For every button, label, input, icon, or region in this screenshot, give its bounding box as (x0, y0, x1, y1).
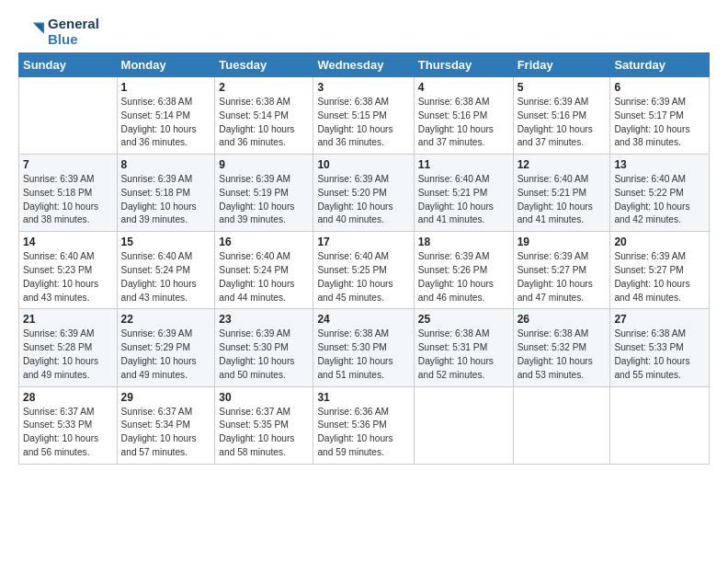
week-row-4: 21Sunrise: 6:39 AM Sunset: 5:28 PM Dayli… (19, 309, 710, 386)
calendar-cell: 11Sunrise: 6:40 AM Sunset: 5:21 PM Dayli… (414, 155, 513, 232)
day-info: Sunrise: 6:38 AM Sunset: 5:16 PM Dayligh… (418, 96, 509, 150)
day-info: Sunrise: 6:39 AM Sunset: 5:26 PM Dayligh… (418, 250, 509, 304)
day-info: Sunrise: 6:38 AM Sunset: 5:32 PM Dayligh… (518, 327, 607, 382)
calendar-cell: 10Sunrise: 6:39 AM Sunset: 5:20 PM Dayli… (313, 155, 414, 232)
calendar-cell: 26Sunrise: 6:38 AM Sunset: 5:32 PM Dayli… (513, 309, 610, 386)
day-info: Sunrise: 6:37 AM Sunset: 5:33 PM Dayligh… (23, 406, 113, 460)
day-number: 10 (317, 158, 409, 171)
weekday-header-tuesday: Tuesday (215, 53, 313, 77)
calendar-cell: 19Sunrise: 6:39 AM Sunset: 5:27 PM Dayli… (513, 232, 610, 309)
week-row-1: 1Sunrise: 6:38 AM Sunset: 5:14 PM Daylig… (19, 77, 710, 155)
day-info: Sunrise: 6:38 AM Sunset: 5:15 PM Dayligh… (317, 96, 409, 150)
calendar-cell: 9Sunrise: 6:39 AM Sunset: 5:19 PM Daylig… (215, 155, 313, 232)
day-number: 21 (23, 313, 113, 326)
calendar-cell: 1Sunrise: 6:38 AM Sunset: 5:14 PM Daylig… (117, 77, 215, 155)
calendar-cell: 8Sunrise: 6:39 AM Sunset: 5:18 PM Daylig… (117, 155, 215, 232)
day-info: Sunrise: 6:39 AM Sunset: 5:18 PM Dayligh… (121, 173, 211, 227)
day-number: 5 (518, 81, 607, 94)
day-number: 25 (418, 313, 509, 326)
day-info: Sunrise: 6:40 AM Sunset: 5:25 PM Dayligh… (317, 250, 409, 304)
day-info: Sunrise: 6:39 AM Sunset: 5:28 PM Dayligh… (23, 327, 113, 382)
logo-text: General Blue (48, 17, 99, 47)
day-number: 24 (317, 313, 409, 326)
week-row-2: 7Sunrise: 6:39 AM Sunset: 5:18 PM Daylig… (19, 155, 710, 232)
day-number: 22 (121, 313, 211, 326)
logo: General Blue (18, 17, 99, 47)
day-number: 3 (317, 81, 409, 94)
day-info: Sunrise: 6:39 AM Sunset: 5:17 PM Dayligh… (614, 96, 705, 150)
day-info: Sunrise: 6:38 AM Sunset: 5:30 PM Dayligh… (317, 327, 409, 382)
day-number: 8 (121, 158, 211, 171)
day-info: Sunrise: 6:38 AM Sunset: 5:31 PM Dayligh… (418, 327, 509, 382)
day-info: Sunrise: 6:40 AM Sunset: 5:24 PM Dayligh… (121, 250, 211, 304)
calendar-table: SundayMondayTuesdayWednesdayThursdayFrid… (18, 52, 710, 465)
calendar-cell: 20Sunrise: 6:39 AM Sunset: 5:27 PM Dayli… (610, 232, 710, 309)
calendar-cell: 2Sunrise: 6:38 AM Sunset: 5:14 PM Daylig… (215, 77, 313, 155)
day-info: Sunrise: 6:38 AM Sunset: 5:14 PM Dayligh… (219, 96, 309, 150)
day-info: Sunrise: 6:39 AM Sunset: 5:16 PM Dayligh… (518, 96, 607, 150)
calendar-cell: 30Sunrise: 6:37 AM Sunset: 5:35 PM Dayli… (215, 386, 313, 464)
day-number: 23 (219, 313, 309, 326)
day-number: 11 (418, 158, 509, 171)
day-number: 30 (219, 391, 309, 404)
day-info: Sunrise: 6:39 AM Sunset: 5:30 PM Dayligh… (219, 327, 309, 382)
day-number: 19 (518, 236, 607, 248)
calendar-cell: 31Sunrise: 6:36 AM Sunset: 5:36 PM Dayli… (313, 386, 414, 464)
calendar-cell: 5Sunrise: 6:39 AM Sunset: 5:16 PM Daylig… (513, 77, 610, 155)
day-number: 9 (219, 158, 309, 171)
calendar-cell: 22Sunrise: 6:39 AM Sunset: 5:29 PM Dayli… (117, 309, 215, 386)
day-number: 7 (23, 158, 113, 171)
calendar-cell: 13Sunrise: 6:40 AM Sunset: 5:22 PM Dayli… (610, 155, 710, 232)
weekday-header-thursday: Thursday (414, 53, 513, 77)
weekday-header-friday: Friday (513, 53, 610, 77)
day-info: Sunrise: 6:39 AM Sunset: 5:27 PM Dayligh… (518, 250, 607, 304)
calendar-cell: 23Sunrise: 6:39 AM Sunset: 5:30 PM Dayli… (215, 309, 313, 386)
day-number: 2 (219, 81, 309, 94)
calendar-cell (414, 386, 513, 464)
calendar-cell: 28Sunrise: 6:37 AM Sunset: 5:33 PM Dayli… (19, 386, 118, 464)
day-number: 31 (317, 391, 409, 404)
day-number: 28 (23, 391, 113, 404)
day-info: Sunrise: 6:38 AM Sunset: 5:33 PM Dayligh… (614, 327, 705, 382)
calendar-cell: 18Sunrise: 6:39 AM Sunset: 5:26 PM Dayli… (414, 232, 513, 309)
day-info: Sunrise: 6:36 AM Sunset: 5:36 PM Dayligh… (317, 406, 409, 460)
calendar-cell: 7Sunrise: 6:39 AM Sunset: 5:18 PM Daylig… (19, 155, 118, 232)
day-number: 14 (23, 236, 113, 248)
day-number: 4 (418, 81, 509, 94)
calendar-cell: 29Sunrise: 6:37 AM Sunset: 5:34 PM Dayli… (117, 386, 215, 464)
calendar-cell: 27Sunrise: 6:38 AM Sunset: 5:33 PM Dayli… (610, 309, 710, 386)
week-row-3: 14Sunrise: 6:40 AM Sunset: 5:23 PM Dayli… (19, 232, 710, 309)
calendar-cell: 12Sunrise: 6:40 AM Sunset: 5:21 PM Dayli… (513, 155, 610, 232)
calendar-cell: 4Sunrise: 6:38 AM Sunset: 5:16 PM Daylig… (414, 77, 513, 155)
weekday-header-row: SundayMondayTuesdayWednesdayThursdayFrid… (19, 53, 710, 77)
day-info: Sunrise: 6:40 AM Sunset: 5:24 PM Dayligh… (219, 250, 309, 304)
calendar-cell: 17Sunrise: 6:40 AM Sunset: 5:25 PM Dayli… (313, 232, 414, 309)
week-row-5: 28Sunrise: 6:37 AM Sunset: 5:33 PM Dayli… (19, 386, 710, 464)
day-info: Sunrise: 6:40 AM Sunset: 5:22 PM Dayligh… (614, 173, 705, 227)
day-number: 17 (317, 236, 409, 248)
day-number: 16 (219, 236, 309, 248)
day-info: Sunrise: 6:39 AM Sunset: 5:29 PM Dayligh… (121, 327, 211, 382)
logo-icon (18, 19, 44, 45)
calendar-cell (610, 386, 710, 464)
calendar-cell: 14Sunrise: 6:40 AM Sunset: 5:23 PM Dayli… (19, 232, 118, 309)
day-info: Sunrise: 6:38 AM Sunset: 5:14 PM Dayligh… (121, 96, 211, 150)
calendar-cell: 3Sunrise: 6:38 AM Sunset: 5:15 PM Daylig… (313, 77, 414, 155)
calendar-cell: 15Sunrise: 6:40 AM Sunset: 5:24 PM Dayli… (117, 232, 215, 309)
calendar-cell (513, 386, 610, 464)
header: General Blue (18, 17, 710, 47)
weekday-header-monday: Monday (117, 53, 215, 77)
day-info: Sunrise: 6:37 AM Sunset: 5:35 PM Dayligh… (219, 406, 309, 460)
day-info: Sunrise: 6:37 AM Sunset: 5:34 PM Dayligh… (121, 406, 211, 460)
day-number: 1 (121, 81, 211, 94)
day-number: 6 (614, 81, 705, 94)
page-container: General Blue SundayMondayTuesdayWednesda… (0, 0, 728, 474)
day-info: Sunrise: 6:40 AM Sunset: 5:21 PM Dayligh… (518, 173, 607, 227)
day-number: 20 (614, 236, 705, 248)
calendar-cell (19, 77, 118, 155)
day-info: Sunrise: 6:39 AM Sunset: 5:19 PM Dayligh… (219, 173, 309, 227)
weekday-header-saturday: Saturday (610, 53, 710, 77)
calendar-cell: 6Sunrise: 6:39 AM Sunset: 5:17 PM Daylig… (610, 77, 710, 155)
day-number: 27 (614, 313, 705, 326)
day-number: 26 (518, 313, 607, 326)
